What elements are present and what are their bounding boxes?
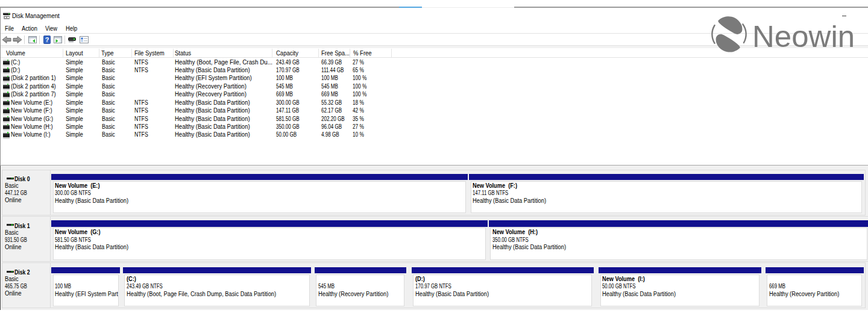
svg-text:?: ?: [45, 36, 49, 43]
